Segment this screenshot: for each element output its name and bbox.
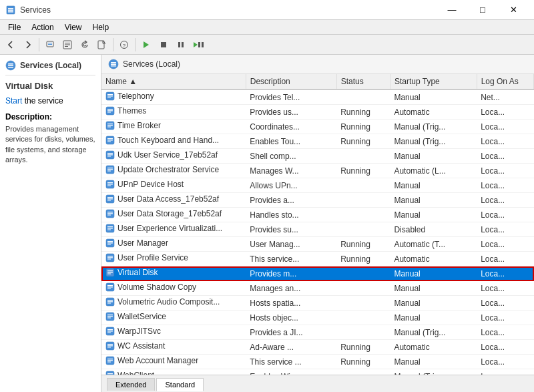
svg-rect-92 xyxy=(107,317,111,318)
close-button[interactable]: ✕ xyxy=(498,0,529,20)
right-pane-title: Services (Local) xyxy=(123,59,180,69)
service-startup-cell: Automatic xyxy=(390,252,477,266)
table-row[interactable]: Udk User Service_17eb52af Shell comp...M… xyxy=(101,149,534,164)
svg-rect-67 xyxy=(107,228,113,228)
start-service-link[interactable]: Start xyxy=(5,96,22,106)
table-row[interactable]: Volume Shadow Copy Manages an...ManualLo… xyxy=(101,281,534,296)
service-name-cell: Update Orchestrator Service xyxy=(101,164,246,178)
help-button[interactable]: ? xyxy=(116,37,132,53)
svg-rect-82 xyxy=(107,285,113,286)
export-button[interactable] xyxy=(94,37,110,53)
separator-3 xyxy=(135,38,136,51)
table-row[interactable]: UPnP Device Host Allows UPn...ManualLoca… xyxy=(101,178,534,193)
table-row[interactable]: Virtual Disk Provides m...ManualLoca... xyxy=(101,266,534,281)
svg-rect-71 xyxy=(107,242,113,243)
col-header-status[interactable]: Status xyxy=(336,74,390,89)
service-log-cell: Loca... xyxy=(477,149,533,164)
svg-rect-74 xyxy=(107,256,113,256)
col-header-startup[interactable]: Startup Type xyxy=(390,74,477,89)
service-icon xyxy=(105,297,115,307)
table-row[interactable]: Time Broker Coordinates...RunningManual … xyxy=(101,120,534,134)
refresh-button[interactable] xyxy=(77,37,93,53)
table-row[interactable]: Update Orchestrator Service Manages W...… xyxy=(101,164,534,178)
services-table[interactable]: Name ▲ Description Status Startup Type L xyxy=(101,74,534,375)
table-row[interactable]: Touch Keyboard and Hand... Enables Tou..… xyxy=(101,134,534,149)
svg-rect-32 xyxy=(107,97,111,97)
svg-rect-31 xyxy=(107,95,113,96)
svg-rect-91 xyxy=(107,316,113,317)
service-name-cell: User Manager xyxy=(101,237,246,252)
svg-rect-94 xyxy=(107,329,113,330)
table-row[interactable]: User Profile Service This service...Runn… xyxy=(101,252,534,266)
service-name-cell: WebClient xyxy=(101,369,246,375)
table-row[interactable]: WC Assistant Ad-Aware ...RunningAutomati… xyxy=(101,340,534,355)
table-row[interactable]: WebClient Enables Win...Manual (Trig...L… xyxy=(101,369,534,375)
pause-button[interactable] xyxy=(173,37,189,53)
properties-button[interactable] xyxy=(59,37,75,53)
tab-standard[interactable]: Standard xyxy=(156,378,204,391)
service-log-cell: Loca... xyxy=(477,134,533,149)
table-row[interactable]: Themes Provides us...RunningAutomaticLoc… xyxy=(101,105,534,120)
service-status-cell xyxy=(336,208,390,222)
svg-rect-87 xyxy=(107,301,113,302)
svg-rect-68 xyxy=(107,229,111,230)
col-header-desc[interactable]: Description xyxy=(246,74,336,89)
table-row[interactable]: WarpJITSvc Provides a JI...Manual (Trig.… xyxy=(101,325,534,340)
table-row[interactable]: User Data Storage_17eb52af Handles sto..… xyxy=(101,208,534,222)
service-status-cell xyxy=(336,89,390,105)
stop-button[interactable] xyxy=(156,37,172,53)
right-pane-icon xyxy=(108,59,119,69)
service-name-cell: User Experience Virtualizati... xyxy=(101,222,246,237)
table-row[interactable]: User Experience Virtualizati... Provides… xyxy=(101,222,534,237)
tab-extended[interactable]: Extended xyxy=(107,378,155,391)
restart-button[interactable] xyxy=(190,37,206,53)
table-row[interactable]: Volumetric Audio Composit... Hosts spati… xyxy=(101,296,534,311)
play-button[interactable] xyxy=(138,37,154,53)
service-status-cell xyxy=(336,311,390,325)
maximize-button[interactable]: □ xyxy=(467,0,498,20)
service-status-cell xyxy=(336,193,390,208)
minimize-button[interactable]: — xyxy=(437,0,467,20)
table-row[interactable]: User Data Access_17eb52af Provides a...M… xyxy=(101,193,534,208)
service-status-cell: Running xyxy=(336,340,390,355)
service-startup-cell: Manual xyxy=(390,178,477,193)
service-startup-cell: Manual xyxy=(390,311,477,325)
svg-rect-60 xyxy=(107,200,111,200)
menu-help[interactable]: Help xyxy=(87,20,115,34)
table-row[interactable]: User Manager User Manag...RunningAutomat… xyxy=(101,237,534,252)
forward-button[interactable] xyxy=(20,37,36,53)
table-row[interactable]: WalletService Hosts objec...ManualLoca..… xyxy=(101,311,534,325)
svg-rect-16 xyxy=(178,42,180,47)
menu-file[interactable]: File xyxy=(3,20,26,34)
service-desc-cell: This service ... xyxy=(246,355,336,369)
svg-rect-35 xyxy=(107,110,113,111)
col-header-name[interactable]: Name ▲ xyxy=(101,74,246,89)
service-desc-cell: Handles sto... xyxy=(246,208,336,222)
col-header-log[interactable]: Log On As xyxy=(477,74,533,89)
menu-view[interactable]: View xyxy=(59,20,87,34)
service-startup-cell: Manual xyxy=(390,89,477,105)
service-log-cell: Loca... xyxy=(477,222,533,237)
service-status-cell: Running xyxy=(336,237,390,252)
main-content: Services (Local) Virtual Disk Start the … xyxy=(0,55,534,392)
service-log-cell: Net... xyxy=(477,89,533,105)
service-desc-cell: Provides su... xyxy=(246,222,336,237)
service-log-cell: Loca... xyxy=(477,178,533,193)
back-button[interactable] xyxy=(3,37,19,53)
service-desc-cell: Manages W... xyxy=(246,164,336,178)
service-desc-cell: Hosts objec... xyxy=(246,311,336,325)
table-row[interactable]: Web Account Manager This service ...Runn… xyxy=(101,355,534,369)
service-name-cell: Touch Keyboard and Hand... xyxy=(101,134,246,149)
service-icon xyxy=(105,224,115,233)
service-log-cell: Loca... xyxy=(477,311,533,325)
table-header-row: Name ▲ Description Status Startup Type L xyxy=(101,74,534,89)
service-status-cell: Running xyxy=(336,134,390,149)
svg-rect-40 xyxy=(107,126,111,127)
table-row[interactable]: Telephony Provides Tel...ManualNet... xyxy=(101,89,534,105)
service-status-cell xyxy=(336,296,390,311)
menu-action[interactable]: Action xyxy=(26,20,59,34)
svg-rect-43 xyxy=(107,140,113,140)
service-startup-cell: Disabled xyxy=(390,222,477,237)
up-button[interactable] xyxy=(42,37,58,53)
right-pane: Services (Local) Name ▲ Description Stat… xyxy=(101,55,534,392)
